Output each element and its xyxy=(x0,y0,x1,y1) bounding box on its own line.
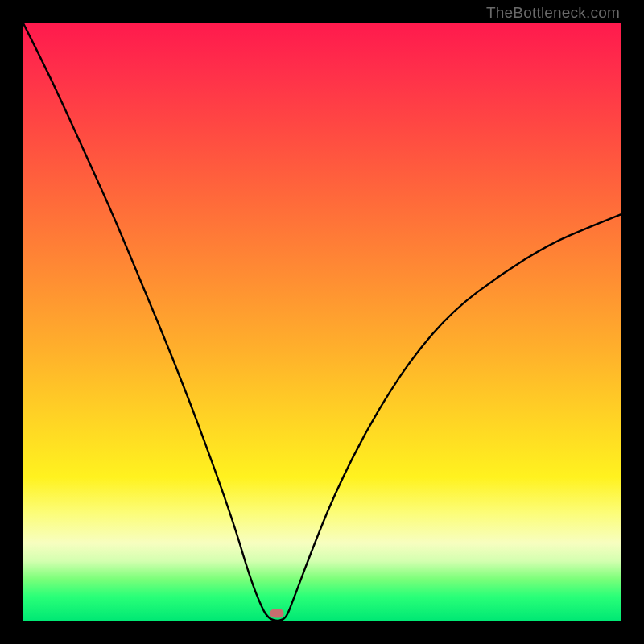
optimal-point-marker xyxy=(270,609,284,618)
bottleneck-curve xyxy=(23,23,621,621)
chart-frame: TheBottleneck.com xyxy=(0,0,644,644)
attribution-label: TheBottleneck.com xyxy=(486,4,620,22)
plot-area xyxy=(23,23,621,621)
